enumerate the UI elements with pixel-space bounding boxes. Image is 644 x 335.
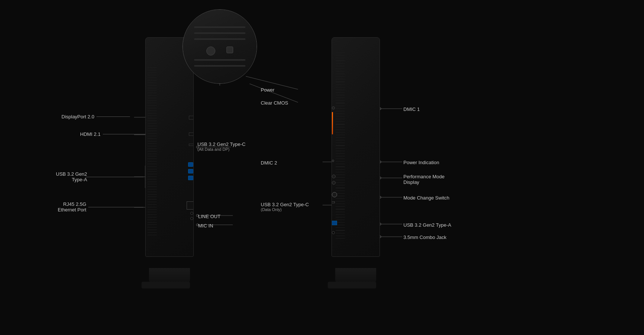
displayport-port [189,116,193,119]
micin-text: MIC IN [198,223,213,229]
clearcmos-label: Clear CMOS [261,99,288,106]
zoom-vent-2 [194,32,246,34]
combo-jack-text: 3.5mm Combo Jack [403,234,447,240]
left-device-stand [149,268,190,283]
perf-mode-label: Performance Mode Display [403,174,445,185]
perf-mode-btn-1 [332,175,336,178]
dmic2-port [332,160,334,162]
zoom-circle-content [183,10,257,83]
dmic1-label: DMIC 1 [403,106,420,112]
dmic2-text: DMIC 2 [261,160,277,166]
usb-typec-port [189,144,193,146]
rj45-port [187,201,193,210]
main-scene: DisplayPort 2.0 HDMI 2.1 USB 3.2 Gen2 Ty… [0,0,644,335]
mode-change-text: Mode Change Switch [403,195,450,201]
displayport-line [96,117,130,117]
lineout-jack [190,212,193,215]
right-device [331,37,380,268]
usb-typea-right-text: USB 3.2 Gen2 Type-A [403,222,451,228]
power-label: Power [261,86,275,93]
mode-change-label: Mode Change Switch [403,194,450,201]
rj45-line [88,207,143,207]
usb-typec-sub-text: (Alt Data and DP) [197,147,245,151]
lineout-text: LINE OUT [198,214,221,219]
micin-label: MIC IN [198,222,213,229]
combo-jack-port [332,231,335,234]
mode-switch [332,192,337,197]
zoom-vent-4 [194,59,246,61]
left-device-base [142,282,190,288]
lineout-label: LINE OUT [198,213,221,220]
usb-typea-left-line [86,177,143,177]
usb-typec-label: USB 3.2 Gen2 Type-C (Alt Data and DP) [197,141,245,151]
left-device-body [145,37,194,257]
zoom-vent-1 [194,26,246,28]
usb-typea-left-label: USB 3.2 Gen2 Type-A [56,171,87,182]
zoom-vent-5 [194,65,246,67]
dmic1-text: DMIC 1 [403,106,420,112]
usb-typec-data-port [332,201,335,203]
left-device [145,37,194,268]
power-text: Power [261,87,275,93]
rj45-label: RJ45 2.5G Ethernet Port [58,201,86,213]
zoom-power-button [206,47,215,55]
usb-typea-port-1 [188,162,193,167]
dmic2-label: DMIC 2 [261,159,277,166]
usb-typea-port-3 [188,176,193,180]
micin-jack [190,217,193,220]
usb-typec-data-sub-text: (Data Only) [261,207,309,212]
right-device-base [328,282,376,288]
dmic1-port [332,106,335,109]
hdmi-line [103,134,146,134]
usb-typec-text: USB 3.2 Gen2 Type-C [197,141,245,147]
usb-typea-right-label: USB 3.2 Gen2 Type-A [403,221,451,228]
right-device-vents [336,52,345,239]
usb-typec-data-label: USB 3.2 Gen2 Type-C (Data Only) [261,202,309,212]
hdmi-label: HDMI 2.1 [80,131,146,137]
displayport-label: DisplayPort 2.0 [61,114,130,119]
usb-typea-port-2 [188,169,193,173]
displayport-text: DisplayPort 2.0 [61,114,94,119]
zoom-cmos-button [226,47,233,53]
power-indication-label: Power Indication [403,159,439,166]
power-indication-text: Power Indication [403,160,439,165]
combo-jack-label: 3.5mm Combo Jack [403,234,447,240]
hdmi-port [189,133,193,136]
accent-stripe [332,112,333,134]
hdmi-text: HDMI 2.1 [80,131,101,137]
zoom-circle [183,9,257,84]
usb-typec-data-text: USB 3.2 Gen2 Type-C [261,202,309,207]
usb-typea-right-port [332,221,337,225]
right-device-body [331,37,380,257]
perf-mode-btn-2 [332,181,336,185]
left-device-vents-left [147,67,157,235]
right-device-stand [335,268,376,283]
zoom-vent-3 [194,38,246,40]
usb-typea-left-text: USB 3.2 Gen2 [56,171,87,177]
clearcmos-text: Clear CMOS [261,100,288,106]
